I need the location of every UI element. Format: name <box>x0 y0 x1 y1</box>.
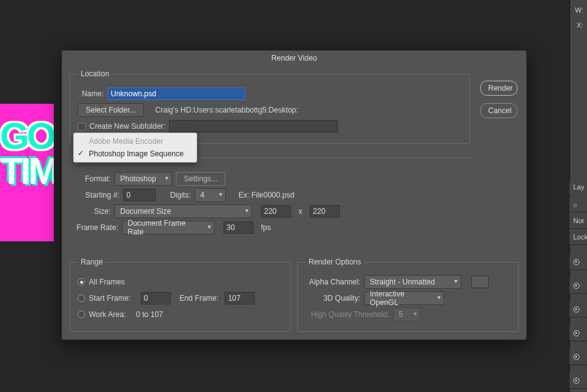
size-label: Size: <box>69 207 111 216</box>
3d-quality-select[interactable]: Interactive OpenGL <box>364 291 444 305</box>
eye-icon <box>573 378 579 384</box>
matte-color-swatch[interactable] <box>471 276 489 288</box>
encoder-option-ame: Adobe Media Encoder <box>74 135 197 148</box>
layer-visibility-toggle[interactable] <box>569 301 587 318</box>
layer-visibility-toggle[interactable] <box>569 373 587 389</box>
start-frame-radio[interactable] <box>78 294 85 302</box>
size-x-separator: x <box>299 207 302 216</box>
blend-mode-label: Nor <box>573 217 584 224</box>
work-area-radio[interactable] <box>78 311 85 318</box>
eye-icon <box>573 354 579 360</box>
all-frames-label: All Frames <box>89 278 125 286</box>
layer-visibility-column <box>569 254 587 391</box>
layers-blend-row[interactable]: Nor <box>569 213 587 229</box>
starting-number-input[interactable] <box>123 189 156 201</box>
starting-number-label: Starting #: <box>69 191 120 199</box>
work-area-value: 0 to 107 <box>136 310 163 319</box>
eye-icon <box>573 306 579 313</box>
digits-select[interactable]: 4 <box>195 188 226 202</box>
range-group: Range All Frames Start Frame: End Frame:… <box>69 258 291 332</box>
start-frame-label: Start Frame: <box>89 294 131 303</box>
encoder-option-image-sequence[interactable]: Photoshop Image Sequence <box>74 148 197 160</box>
range-legend: Range <box>78 258 106 266</box>
layer-visibility-toggle[interactable] <box>569 254 587 270</box>
framerate-unit: fps <box>261 223 271 232</box>
art-line-1: GO <box>0 119 54 154</box>
layers-filter-row[interactable]: ⌕ <box>569 196 587 213</box>
size-width-input[interactable] <box>261 205 291 218</box>
hq-threshold-label: High Quality Threshold: <box>305 310 389 319</box>
select-folder-button[interactable]: Select Folder... <box>78 103 144 117</box>
dialog-title: Render Video <box>62 51 526 66</box>
cancel-button[interactable]: Cancel <box>480 103 518 118</box>
all-frames-radio[interactable] <box>78 278 85 286</box>
eye-icon <box>573 283 579 289</box>
create-subfolder-label: Create New Subfolder: <box>89 122 165 131</box>
format-select[interactable]: Photoshop <box>115 172 172 186</box>
filename-example: Ex: File0000.psd <box>238 191 294 199</box>
size-preset-select[interactable]: Document Size <box>115 204 252 218</box>
start-frame-input[interactable] <box>141 292 171 304</box>
size-height-input[interactable] <box>310 205 340 218</box>
eye-icon <box>573 259 579 265</box>
name-input[interactable] <box>108 88 245 100</box>
end-frame-input[interactable] <box>225 292 255 304</box>
layer-visibility-toggle[interactable] <box>569 278 587 294</box>
3d-quality-label: 3D Quality: <box>305 294 360 303</box>
properties-width-label: W: <box>575 6 583 14</box>
lock-label: Lock <box>573 233 587 241</box>
art-line-2: TIM <box>0 154 54 189</box>
hq-threshold-select: 5 <box>393 308 421 321</box>
framerate-input[interactable] <box>223 221 253 234</box>
render-options-group: Render Options Alpha Channel: Straight -… <box>297 258 519 332</box>
folder-path: Craig's HD:Users:scarletabbottg5:Desktop… <box>155 106 298 114</box>
alpha-channel-select[interactable]: Straight - Unmatted <box>364 275 461 289</box>
canvas-artwork: GO TIM <box>0 104 54 241</box>
encoder-settings-group: Format: Photoshop Settings... Starting #… <box>69 158 470 244</box>
settings-button[interactable]: Settings... <box>176 172 225 186</box>
render-video-dialog: Render Video Render Cancel Location Name… <box>61 50 527 340</box>
render-button[interactable]: Render <box>480 81 518 96</box>
name-label: Name: <box>78 89 104 98</box>
layer-visibility-toggle[interactable] <box>569 325 587 341</box>
alpha-channel-label: Alpha Channel: <box>305 278 360 286</box>
digits-label: Digits: <box>165 191 191 199</box>
layers-lock-row: Lock <box>569 229 587 245</box>
search-icon: ⌕ <box>573 201 578 208</box>
framerate-label: Frame Rate: <box>69 223 118 232</box>
location-legend: Location <box>78 69 112 78</box>
work-area-label: Work Area: <box>89 310 126 319</box>
layers-panel-tab[interactable]: Lay <box>569 181 587 194</box>
layer-visibility-toggle[interactable] <box>569 349 587 365</box>
eye-icon <box>573 330 579 336</box>
create-subfolder-checkbox[interactable] <box>78 123 86 131</box>
subfolder-name-input[interactable] <box>169 120 338 133</box>
render-options-legend: Render Options <box>305 258 364 266</box>
end-frame-label: End Frame: <box>180 294 219 303</box>
format-label: Format: <box>69 174 111 183</box>
properties-x-label: X: <box>577 21 583 29</box>
encoder-dropdown[interactable]: Adobe Media Encoder Photoshop Image Sequ… <box>73 133 197 163</box>
framerate-preset-select[interactable]: Document Frame Rate <box>122 221 215 234</box>
